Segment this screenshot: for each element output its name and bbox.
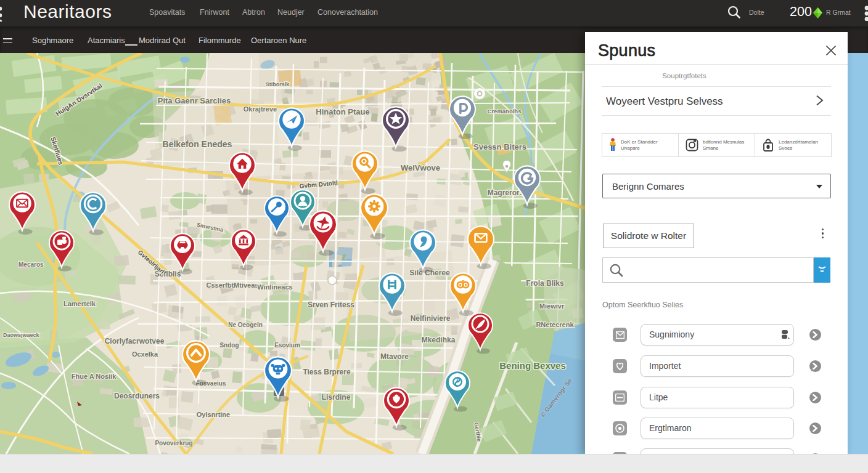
svg-text:Stiborslk: Stiborslk <box>266 81 290 87</box>
svg-text:Srven Fritess: Srven Fritess <box>308 301 354 309</box>
svg-text:Hinaton Ptaue: Hinaton Ptaue <box>316 107 369 116</box>
svg-text:Frola Bliks: Frola Bliks <box>526 279 564 288</box>
svg-text:Mkedihka: Mkedihka <box>422 336 456 344</box>
svg-text:Sndog: Sndog <box>219 342 239 349</box>
svg-text:Miewivr: Miewivr <box>539 302 565 310</box>
svg-text:WelVwove: WelVwove <box>401 163 440 172</box>
svg-text:Nelfiniviere: Nelfiniviere <box>411 314 451 323</box>
svg-text:Daowsjwaeck: Daowsjwaeck <box>3 332 40 338</box>
svg-text:Lisrdine: Lisrdine <box>322 393 351 402</box>
svg-text:Ne Oeogeln: Ne Oeogeln <box>228 321 263 328</box>
svg-text:Mecaros: Mecaros <box>18 261 44 268</box>
svg-text:Bening Bexves: Bening Bexves <box>499 360 566 371</box>
svg-text:Tiess Brprere: Tiess Brprere <box>303 368 350 376</box>
svg-text:Deosrduners: Deosrduners <box>114 392 160 400</box>
svg-text:Mtavore: Mtavore <box>380 352 409 361</box>
svg-text:CsserfbtMtiveas: CsserfbtMtiveas <box>207 281 259 289</box>
svg-text:Oylsnrtine: Oylsnrtine <box>197 411 230 418</box>
svg-text:Fhue A Nosiik: Fhue A Nosiik <box>72 373 117 380</box>
svg-text:Svessn Biters: Svessn Biters <box>473 142 526 152</box>
svg-text:Winlineacs: Winlineacs <box>257 283 292 291</box>
svg-text:Ciorlyfacrwotvee: Ciorlyfacrwotvee <box>105 337 165 346</box>
svg-text:Lamertelk: Lamertelk <box>63 300 96 307</box>
svg-text:Belkefon Enedes: Belkefon Enedes <box>163 139 232 149</box>
svg-text:RNetecrenk: RNetecrenk <box>536 321 574 328</box>
svg-text:Ocxelka: Ocxelka <box>132 350 158 358</box>
svg-text:Magrerors: Magrerors <box>488 188 524 197</box>
svg-text:Okrajtreve: Okrajtreve <box>244 105 277 113</box>
svg-text:Pita Gaenr Sarclies: Pita Gaenr Sarclies <box>158 96 231 105</box>
svg-text:Esovium: Esovium <box>274 342 300 349</box>
svg-text:Cremanoihs: Cremanoihs <box>488 108 522 115</box>
svg-text:Povoverkrug: Povoverkrug <box>155 440 192 447</box>
